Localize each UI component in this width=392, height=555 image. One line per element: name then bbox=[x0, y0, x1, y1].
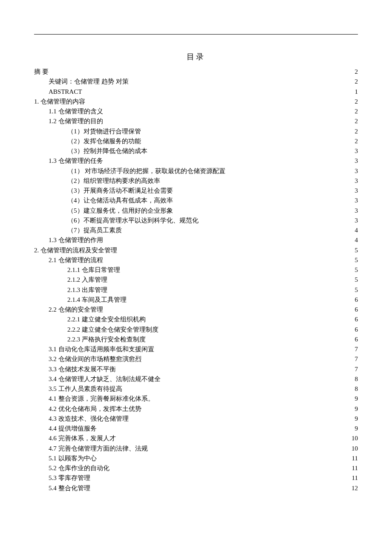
toc-entry: ABSTRACT1 bbox=[34, 87, 358, 97]
toc-entry: 5.3 零库存管理11 bbox=[34, 473, 358, 483]
toc-entry-label: 4.1 整合资源，完善餐厨标准化体系。 bbox=[49, 394, 154, 404]
toc-entry-label: （4）让仓储活动具有低成本，高效率 bbox=[67, 196, 173, 205]
toc-entry-page: 9 bbox=[355, 414, 358, 424]
toc-entry-label: 1. 仓储管理的内容 bbox=[34, 97, 85, 107]
toc-entry-label: （5）建立服务优，信用好的企业形象 bbox=[67, 206, 173, 216]
toc-entry-page: 7 bbox=[355, 364, 358, 374]
toc-entry: （1）对货物进行合理保管2 bbox=[34, 127, 358, 136]
toc-entry-page: 5 bbox=[355, 285, 358, 295]
toc-entry-label: ABSTRACT bbox=[49, 87, 82, 97]
toc-entry: 5.4 整合化管理12 bbox=[34, 483, 358, 493]
toc-entry: 3.3 仓储技术发展不平衡7 bbox=[34, 364, 358, 374]
toc-entry-label: 5.3 零库存管理 bbox=[49, 473, 90, 483]
toc-entry-label: （6）不断提高管理水平以达到科学化、规范化 bbox=[67, 216, 199, 225]
toc-entry-page: 3 bbox=[355, 176, 358, 186]
toc-entry: 3.4 仓储管理人才缺乏、法制法规不健全8 bbox=[34, 374, 358, 384]
toc-entry-label: 5.2 仓库作业的自动化 bbox=[49, 463, 110, 473]
toc-entry: 摘 要2 bbox=[34, 67, 358, 77]
toc-entry-page: 4 bbox=[355, 235, 358, 245]
toc-entry: 2.1.1 仓库日常管理5 bbox=[34, 265, 358, 275]
toc-entry-label: 1.2 仓储管理的目的 bbox=[49, 116, 103, 126]
toc-entry-page: 6 bbox=[355, 315, 358, 324]
toc-entry: 2.2.2 建立健全仓储安全管理制度6 bbox=[34, 325, 358, 335]
toc-entry: 3.5 工作人员素质有待提高8 bbox=[34, 384, 358, 394]
toc-entry-label: （3）开展商务活动不断满足社会需要 bbox=[67, 186, 173, 196]
toc-entry: 3.2 仓储业间的市场精整愈演愈烈7 bbox=[34, 354, 358, 364]
toc-entry-label: 5.1 以顾客为中心 bbox=[49, 454, 97, 463]
toc-entry-page: 3 bbox=[355, 166, 358, 176]
toc-entry-page: 2 bbox=[355, 97, 358, 107]
toc-entry-label: 3.5 工作人员素质有待提高 bbox=[49, 384, 122, 394]
toc-entry-label: （1） 对市场经济手段的把握，获取最优的仓储资源配置 bbox=[67, 166, 225, 176]
toc-entry-page: 8 bbox=[355, 374, 358, 384]
toc-entry: 1.3 仓储管理的任务3 bbox=[34, 156, 358, 166]
toc-entry-label: 3.3 仓储技术发展不平衡 bbox=[49, 364, 116, 374]
toc-entry: 关键词：仓储管理 趋势 对策2 bbox=[34, 77, 358, 87]
toc-entry: 1. 仓储管理的内容2 bbox=[34, 97, 358, 107]
toc-entry-label: 3.4 仓储管理人才缺乏、法制法规不健全 bbox=[49, 374, 161, 384]
toc-entry-page: 2 bbox=[355, 116, 358, 126]
toc-entry-label: 3.2 仓储业间的市场精整愈演愈烈 bbox=[49, 354, 141, 364]
toc-entry-label: （1）对货物进行合理保管 bbox=[67, 127, 141, 136]
toc-entry: （6）不断提高管理水平以达到科学化、规范化3 bbox=[34, 216, 358, 225]
toc-entry-page: 2 bbox=[355, 107, 358, 116]
toc-entry-label: 4.2 优化仓储布局，发挥本土优势 bbox=[49, 404, 141, 414]
toc-entry-page: 3 bbox=[355, 216, 358, 225]
toc-entry: 2.1.2 入库管理5 bbox=[34, 275, 358, 285]
toc-entry: 1.3 仓储管理的作用4 bbox=[34, 235, 358, 245]
toc-entry: 1.1 仓储管理的含义2 bbox=[34, 107, 358, 116]
toc-entry: （2）发挥仓储服务的功能2 bbox=[34, 136, 358, 146]
toc-entry-label: （2）组织管理结构要求的高效率 bbox=[67, 176, 160, 186]
table-of-contents: 摘 要2关键词：仓储管理 趋势 对策2ABSTRACT11. 仓储管理的内容21… bbox=[34, 67, 358, 493]
toc-entry-label: 3.1 自动化仓库适用频率低和支援闲置 bbox=[49, 344, 154, 354]
toc-entry-label: 4.4 提供增值服务 bbox=[49, 424, 97, 434]
toc-entry: （3）开展商务活动不断满足社会需要3 bbox=[34, 186, 358, 196]
toc-entry-label: 摘 要 bbox=[34, 67, 49, 77]
toc-entry-label: （2）发挥仓储服务的功能 bbox=[67, 136, 141, 146]
document-page: 目录 摘 要2关键词：仓储管理 趋势 对策2ABSTRACT11. 仓储管理的内… bbox=[0, 0, 392, 519]
toc-entry-page: 3 bbox=[355, 196, 358, 205]
toc-entry-label: 1.3 仓储管理的任务 bbox=[49, 156, 103, 166]
toc-entry-page: 9 bbox=[355, 424, 358, 434]
toc-entry: （4）让仓储活动具有低成本，高效率3 bbox=[34, 196, 358, 205]
toc-entry-page: 8 bbox=[355, 384, 358, 394]
toc-entry-label: 4.3 改造技术、强化仓储管理 bbox=[49, 414, 129, 424]
toc-entry-page: 5 bbox=[355, 255, 358, 265]
toc-entry-label: 4.7 完善仓储管理方面的法律、法规 bbox=[49, 444, 148, 454]
toc-entry-page: 6 bbox=[355, 305, 358, 315]
toc-entry-page: 11 bbox=[352, 463, 358, 473]
toc-entry: 4.1 整合资源，完善餐厨标准化体系。9 bbox=[34, 394, 358, 404]
toc-entry: 2.1.3 出库管理5 bbox=[34, 285, 358, 295]
toc-entry-page: 5 bbox=[355, 246, 358, 255]
toc-entry-page: 10 bbox=[352, 434, 358, 443]
toc-entry: 4.4 提供增值服务9 bbox=[34, 424, 358, 434]
toc-entry: 5.2 仓库作业的自动化11 bbox=[34, 463, 358, 473]
toc-entry-page: 7 bbox=[355, 354, 358, 364]
toc-entry-page: 6 bbox=[355, 325, 358, 335]
toc-entry-page: 11 bbox=[352, 473, 358, 483]
toc-entry-label: 关键词：仓储管理 趋势 对策 bbox=[49, 77, 129, 87]
toc-entry-label: 2.1.1 仓库日常管理 bbox=[67, 265, 120, 275]
toc-entry-label: 2.1.2 入库管理 bbox=[67, 275, 107, 285]
toc-entry: （2）组织管理结构要求的高效率3 bbox=[34, 176, 358, 186]
toc-entry-page: 10 bbox=[352, 444, 358, 454]
toc-entry-label: （7）提高员工素质 bbox=[67, 225, 122, 235]
toc-entry-page: 1 bbox=[355, 87, 358, 97]
toc-entry: 2. 仓储管理的流程及安全管理5 bbox=[34, 246, 358, 255]
toc-title: 目录 bbox=[34, 52, 358, 62]
toc-entry-page: 3 bbox=[355, 186, 358, 196]
toc-entry-page: 6 bbox=[355, 335, 358, 344]
toc-entry-label: 2.2 仓储的安全管理 bbox=[49, 305, 103, 315]
toc-entry: 5.1 以顾客为中心11 bbox=[34, 454, 358, 463]
toc-entry: （5）建立服务优，信用好的企业形象3 bbox=[34, 206, 358, 216]
toc-entry-page: 2 bbox=[355, 127, 358, 136]
toc-entry-label: 1.3 仓储管理的作用 bbox=[49, 235, 103, 245]
toc-entry: （1） 对市场经济手段的把握，获取最优的仓储资源配置3 bbox=[34, 166, 358, 176]
toc-entry-page: 5 bbox=[355, 265, 358, 275]
toc-entry-page: 2 bbox=[355, 77, 358, 87]
toc-entry-label: 2.1 仓储管理的流程 bbox=[49, 255, 103, 265]
toc-entry-label: 5.4 整合化管理 bbox=[49, 483, 90, 493]
toc-entry-page: 2 bbox=[355, 136, 358, 146]
toc-entry: （7）提高员工素质4 bbox=[34, 225, 358, 235]
toc-entry-label: 4.6 完善体系，发展人才 bbox=[49, 434, 116, 443]
